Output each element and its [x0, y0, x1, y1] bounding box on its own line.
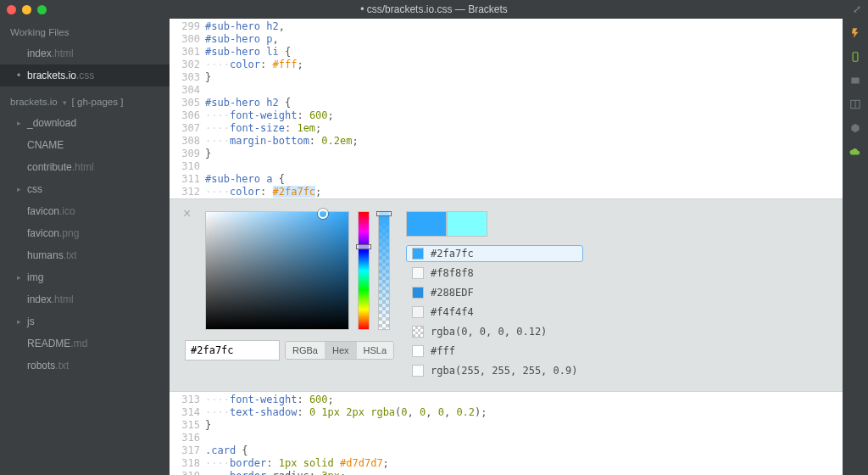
swatch-chip — [412, 248, 424, 260]
hue-thumb[interactable] — [356, 244, 371, 249]
window-title: css/brackets.io.css — Brackets — [0, 3, 868, 15]
file-ext: .ico — [59, 204, 75, 219]
file-name: index — [27, 46, 52, 61]
swatch-chip — [412, 326, 424, 338]
color-preview — [406, 211, 583, 237]
working-file-item[interactable]: •brackets.io.css — [0, 64, 170, 87]
swatch-chip — [412, 306, 424, 318]
alpha-slider[interactable] — [378, 211, 390, 330]
project-folder-item[interactable]: ▸_download — [0, 112, 170, 134]
file-ext: .txt — [64, 248, 77, 263]
title-sep: — — [455, 3, 468, 15]
color-mode-segmented: RGBa Hex HSLa — [285, 341, 394, 360]
project-folder-item[interactable]: ▸js — [0, 310, 170, 332]
file-name: contribute — [27, 159, 72, 175]
swatch-row[interactable]: #fff — [406, 343, 583, 360]
working-file-item[interactable]: index.html — [0, 42, 170, 64]
file-ext: .txt — [55, 358, 69, 373]
swatch-chip — [412, 345, 424, 357]
swatch-label: #fff — [431, 345, 455, 357]
file-name: brackets.io — [27, 68, 76, 83]
file-name: css — [27, 182, 42, 197]
code-lines[interactable]: ····font-weight: 600; ····text-shadow: 0… — [205, 394, 487, 475]
swatch-label: rgba(0, 0, 0, 0.12) — [431, 326, 547, 338]
file-name: index — [27, 292, 52, 307]
swatch-chip — [412, 267, 424, 279]
file-ext: .html — [72, 159, 94, 175]
swatch-row[interactable]: #2fa7fc — [406, 245, 583, 262]
file-ext: .html — [52, 46, 74, 61]
alpha-thumb[interactable] — [376, 211, 392, 216]
project-file-item[interactable]: humans.txt — [0, 244, 170, 266]
swatch-label: rgba(255, 255, 255, 0.9) — [431, 365, 577, 377]
bolt-icon[interactable] — [848, 27, 863, 39]
file-name: robots — [27, 358, 55, 373]
preview-current — [406, 211, 447, 237]
working-files-list: index.html•brackets.io.css — [0, 42, 170, 87]
file-name: README — [27, 336, 70, 351]
svg-rect-1 — [851, 78, 859, 84]
file-ext: .css — [76, 68, 94, 83]
cloud-icon[interactable] — [848, 146, 863, 158]
code-lines[interactable]: #sub-hero h2, #sub-hero p, #sub-hero li … — [205, 20, 359, 198]
device-icon[interactable] — [848, 51, 863, 63]
color-value-input[interactable] — [185, 340, 280, 360]
file-ext: .png — [59, 226, 79, 241]
swatch-chip — [412, 365, 424, 377]
project-file-item[interactable]: CNAME — [0, 134, 170, 156]
project-file-item[interactable]: favicon.png — [0, 222, 170, 244]
disclosure-icon: ▸ — [17, 270, 25, 285]
settings-icon[interactable] — [848, 122, 863, 134]
gutter: 313314315316317318319320321 — [170, 394, 205, 475]
swatch-row[interactable]: #288EDF — [406, 284, 583, 301]
mode-hex-button[interactable]: Hex — [326, 342, 357, 359]
swatch-row[interactable]: #f8f8f8 — [406, 265, 583, 282]
file-name: humans — [27, 248, 64, 263]
swatch-row[interactable]: #f4f4f4 — [406, 304, 583, 321]
project-file-item[interactable]: contribute.html — [0, 156, 170, 178]
swatch-chip — [412, 287, 424, 299]
title-app: Brackets — [468, 3, 508, 15]
file-name: js — [27, 314, 35, 329]
inline-color-picker: × RGBa Hex HSLa — [170, 198, 843, 392]
file-ext: .md — [70, 336, 87, 351]
project-file-item[interactable]: index.html — [0, 288, 170, 310]
project-folder-item[interactable]: ▸css — [0, 178, 170, 200]
chevron-down-icon — [63, 97, 67, 107]
sidebar: Working Files index.html•brackets.io.css… — [0, 19, 170, 475]
split-icon[interactable] — [848, 98, 863, 110]
project-header[interactable]: brackets.io [ gh-pages ] — [0, 87, 170, 112]
swatch-label: #2fa7fc — [431, 248, 474, 260]
swatch-row[interactable]: rgba(0, 0, 0, 0.12) — [406, 323, 583, 340]
project-folder-item[interactable]: ▸img — [0, 266, 170, 288]
dirty-dot-icon: • — [15, 68, 22, 83]
mode-rgba-button[interactable]: RGBa — [286, 342, 326, 359]
file-name: CNAME — [27, 137, 64, 153]
preview-original — [447, 211, 487, 237]
swatch-row[interactable]: rgba(255, 255, 255, 0.9) — [406, 362, 583, 379]
swatch-list: #2fa7fc#f8f8f8#288EDF#f4f4f4rgba(0, 0, 0… — [406, 245, 583, 379]
hue-slider[interactable] — [358, 211, 370, 330]
project-name: brackets.io — [10, 97, 58, 107]
extensions-icon[interactable] — [848, 75, 863, 87]
close-icon[interactable]: × — [183, 206, 191, 221]
svg-rect-0 — [853, 53, 858, 62]
saturation-value-field[interactable] — [205, 211, 349, 330]
file-ext: .html — [52, 292, 74, 307]
extension-rail — [843, 19, 868, 475]
file-name: favicon — [27, 226, 59, 241]
editor: 2993003013023033043053063073083093103113… — [170, 19, 843, 475]
disclosure-icon: ▸ — [17, 314, 25, 329]
svg-marker-4 — [851, 124, 859, 133]
project-file-item[interactable]: robots.txt — [0, 355, 170, 377]
code-block-bottom[interactable]: 313314315316317318319320321 ····font-wei… — [170, 392, 843, 475]
project-file-item[interactable]: README.md — [0, 332, 170, 355]
project-file-item[interactable]: favicon.ico — [0, 200, 170, 222]
working-files-header: Working Files — [0, 19, 170, 42]
mode-hsla-button[interactable]: HSLa — [357, 342, 394, 359]
file-name: favicon — [27, 204, 59, 219]
title-filename: css/brackets.io.css — [367, 3, 453, 15]
sv-cursor[interactable] — [318, 209, 328, 219]
code-block-top[interactable]: 2993003013023033043053063073083093103113… — [170, 19, 843, 198]
titlebar: css/brackets.io.css — Brackets ⤢ — [0, 0, 868, 19]
